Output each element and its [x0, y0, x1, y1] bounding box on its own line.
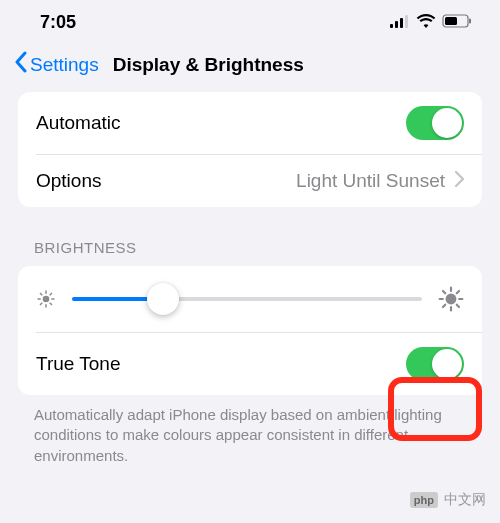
watermark: php 中文网 — [410, 491, 486, 509]
svg-rect-3 — [405, 15, 408, 28]
status-bar: 7:05 — [0, 0, 500, 41]
svg-point-7 — [43, 296, 50, 303]
svg-line-14 — [40, 303, 41, 304]
options-row[interactable]: Options Light Until Sunset — [18, 155, 482, 207]
cellular-icon — [390, 12, 410, 33]
highlight-annotation — [388, 377, 482, 441]
svg-line-22 — [457, 305, 459, 307]
options-label: Options — [36, 170, 101, 192]
svg-line-21 — [443, 291, 445, 293]
page-title: Display & Brightness — [113, 54, 304, 76]
back-button[interactable]: Settings — [14, 51, 99, 78]
brightness-group: True Tone — [18, 266, 482, 395]
svg-rect-6 — [469, 19, 471, 24]
watermark-text: 中文网 — [444, 491, 486, 509]
svg-line-24 — [457, 291, 459, 293]
options-value-wrap: Light Until Sunset — [296, 170, 464, 192]
wifi-icon — [416, 12, 436, 33]
battery-icon — [442, 12, 472, 33]
chevron-right-icon — [455, 170, 464, 192]
svg-line-13 — [50, 303, 51, 304]
status-time: 7:05 — [40, 12, 76, 33]
status-indicators — [390, 12, 472, 33]
brightness-header: BRIGHTNESS — [0, 207, 500, 266]
svg-rect-0 — [390, 24, 393, 28]
automatic-label: Automatic — [36, 112, 120, 134]
brightness-slider[interactable] — [72, 284, 422, 314]
svg-rect-5 — [445, 17, 457, 25]
svg-line-15 — [50, 293, 51, 294]
svg-point-16 — [446, 294, 457, 305]
svg-line-12 — [40, 293, 41, 294]
svg-rect-1 — [395, 21, 398, 28]
back-label: Settings — [30, 54, 99, 76]
automatic-toggle[interactable] — [406, 106, 464, 140]
sun-large-icon — [438, 286, 464, 312]
appearance-group: Automatic Options Light Until Sunset — [18, 92, 482, 207]
sun-small-icon — [36, 289, 56, 309]
svg-line-23 — [443, 305, 445, 307]
truetone-toggle[interactable] — [406, 347, 464, 381]
chevron-left-icon — [14, 51, 28, 78]
nav-bar: Settings Display & Brightness — [0, 41, 500, 92]
options-value: Light Until Sunset — [296, 170, 445, 192]
automatic-row: Automatic — [18, 92, 482, 154]
watermark-logo: php — [410, 492, 438, 508]
brightness-slider-row — [18, 266, 482, 332]
svg-rect-2 — [400, 18, 403, 28]
truetone-label: True Tone — [36, 353, 121, 375]
